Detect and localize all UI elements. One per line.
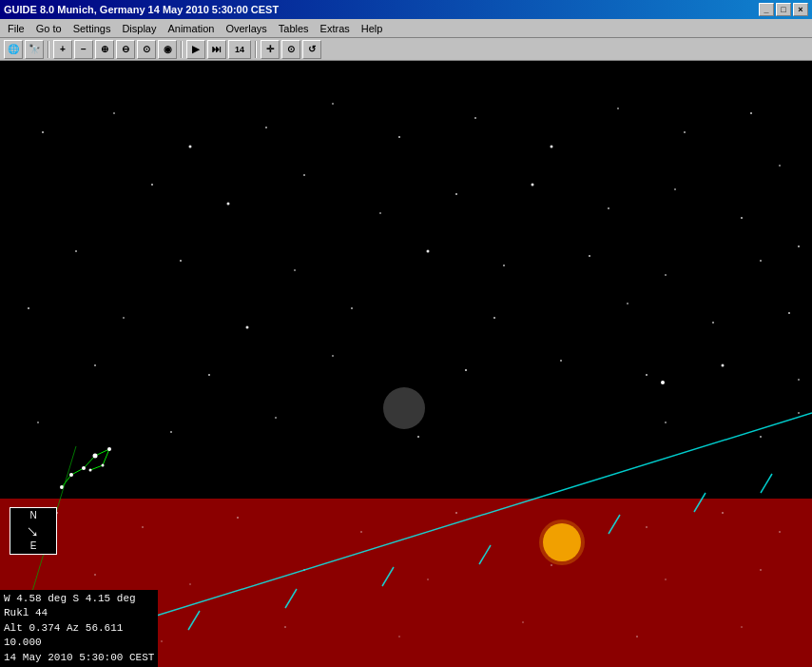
maximize-button[interactable]: □ <box>776 3 791 16</box>
svg-point-32 <box>28 307 29 309</box>
svg-point-22 <box>741 217 743 219</box>
menu-tables[interactable]: Tables <box>273 21 315 36</box>
svg-point-28 <box>589 255 590 257</box>
title-bar: GUIDE 8.0 Munich, Germany 14 May 2010 5:… <box>0 0 812 19</box>
toolbar-target[interactable]: ⊙ <box>281 40 300 59</box>
svg-point-70 <box>760 569 762 571</box>
toolbar: 🌐 🔭 + − ⊕ ⊖ ⊙ ◉ ▶ ⏭ 14 ✛ ⊙ ↺ <box>0 38 812 61</box>
toolbar-zoom3[interactable]: ⊙ <box>137 40 156 59</box>
svg-point-30 <box>760 260 762 262</box>
close-button[interactable]: × <box>793 3 808 16</box>
svg-point-11 <box>684 131 686 133</box>
toolbar-sep2 <box>181 41 183 58</box>
menu-help[interactable]: Help <box>356 21 389 36</box>
toolbar-fastforward[interactable]: ⏭ <box>207 40 226 59</box>
toolbar-zoomout2[interactable]: ⊖ <box>116 40 135 59</box>
svg-point-4 <box>189 146 192 148</box>
menu-file[interactable]: File <box>2 21 30 36</box>
svg-point-6 <box>332 103 334 105</box>
svg-point-77 <box>741 626 743 628</box>
svg-point-49 <box>37 422 39 423</box>
svg-point-43 <box>465 369 467 371</box>
svg-point-74 <box>398 636 400 638</box>
svg-point-99 <box>107 447 111 451</box>
svg-point-45 <box>646 374 648 376</box>
toolbar-find[interactable]: 🔭 <box>25 40 44 59</box>
toolbar-sep1 <box>48 41 49 58</box>
svg-point-14 <box>151 184 153 186</box>
svg-point-57 <box>142 526 144 528</box>
svg-point-80 <box>539 520 585 565</box>
svg-point-33 <box>123 317 125 319</box>
svg-point-16 <box>303 174 305 176</box>
toolbar-play[interactable]: ▶ <box>186 40 205 59</box>
status-alt: Alt 0.374 Az 56.611 <box>4 621 154 636</box>
toolbar-zoomout[interactable]: − <box>74 40 93 59</box>
svg-point-18 <box>455 193 457 195</box>
menu-bar: File Go to Settings Display Animation Ov… <box>0 19 812 38</box>
title-text: GUIDE 8.0 Munich, Germany 14 May 2010 5:… <box>4 4 759 15</box>
svg-point-5 <box>265 127 267 128</box>
svg-point-44 <box>560 360 562 362</box>
svg-point-15 <box>227 203 230 206</box>
svg-point-26 <box>427 250 430 253</box>
svg-point-46 <box>722 364 725 367</box>
menu-extras[interactable]: Extras <box>315 21 356 36</box>
svg-point-35 <box>351 307 353 309</box>
toolbar-rotate[interactable]: ↺ <box>302 40 321 59</box>
menu-overlays[interactable]: Overlays <box>220 21 272 36</box>
svg-point-96 <box>69 473 73 477</box>
svg-point-64 <box>94 574 96 576</box>
svg-point-97 <box>82 466 86 470</box>
sky-canvas[interactable]: N → E W 4.58 deg S 4.15 deg Rukl 44 Alt … <box>0 61 812 667</box>
svg-point-34 <box>246 326 249 329</box>
menu-display[interactable]: Display <box>116 21 162 36</box>
svg-point-20 <box>608 207 609 209</box>
svg-point-8 <box>474 117 476 119</box>
svg-point-9 <box>551 146 553 148</box>
sky-background <box>0 61 812 667</box>
menu-settings[interactable]: Settings <box>68 21 117 36</box>
svg-point-68 <box>551 564 552 566</box>
menu-goto[interactable]: Go to <box>30 21 68 36</box>
svg-point-101 <box>89 469 92 472</box>
svg-point-60 <box>455 512 457 514</box>
svg-point-72 <box>161 640 163 642</box>
toolbar-zoom4[interactable]: ◉ <box>158 40 177 59</box>
svg-point-65 <box>189 583 191 585</box>
toolbar-sep3 <box>255 41 257 58</box>
svg-point-40 <box>94 364 96 366</box>
status-datetime: 14 May 2010 5:30:00 CEST <box>4 651 154 665</box>
svg-point-47 <box>798 379 800 381</box>
svg-point-76 <box>636 636 638 638</box>
status-info: W 4.58 deg S 4.15 deg Rukl 44 Alt 0.374 … <box>0 590 158 667</box>
svg-point-58 <box>237 517 239 519</box>
svg-point-59 <box>360 531 362 533</box>
toolbar-crosshair[interactable]: ✛ <box>261 40 280 59</box>
toolbar-globe[interactable]: 🌐 <box>4 40 23 59</box>
svg-rect-0 <box>0 61 812 499</box>
svg-point-3 <box>113 112 115 114</box>
svg-point-62 <box>722 512 724 514</box>
menu-animation[interactable]: Animation <box>162 21 220 36</box>
svg-point-13 <box>779 165 781 167</box>
svg-point-17 <box>379 212 381 214</box>
svg-point-53 <box>665 422 667 423</box>
status-coords: W 4.58 deg S 4.15 deg <box>4 592 154 606</box>
svg-point-27 <box>503 265 505 266</box>
svg-point-25 <box>294 269 296 271</box>
svg-point-78 <box>383 387 425 429</box>
minimize-button[interactable]: _ <box>759 3 774 16</box>
svg-point-36 <box>493 317 495 319</box>
toolbar-zoomin[interactable]: + <box>53 40 72 59</box>
svg-point-37 <box>627 303 628 304</box>
svg-point-51 <box>275 417 277 419</box>
svg-point-19 <box>532 184 534 186</box>
status-ruk: Rukl 44 <box>4 606 154 620</box>
status-zoom: 10.000 <box>4 636 154 650</box>
toolbar-zoomin2[interactable]: ⊕ <box>95 40 114 59</box>
svg-point-29 <box>665 274 667 276</box>
svg-point-31 <box>798 245 800 247</box>
toolbar-14[interactable]: 14 <box>228 40 251 59</box>
svg-point-7 <box>398 136 400 138</box>
